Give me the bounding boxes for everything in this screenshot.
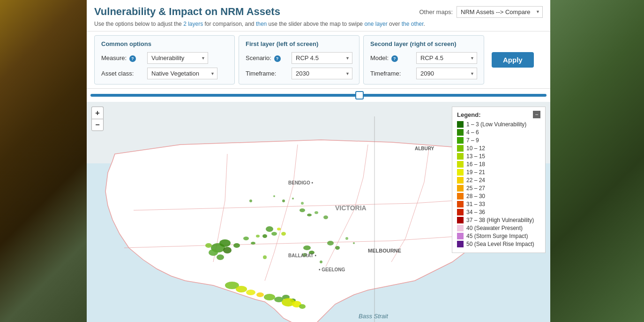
legend-color-swatch <box>457 209 464 215</box>
legend-item: 7 – 9 <box>457 137 540 144</box>
legend-item-label: 22 – 24 <box>466 177 485 184</box>
background-right <box>550 0 644 322</box>
slider-track[interactable] <box>90 94 547 97</box>
svg-point-13 <box>271 232 277 236</box>
svg-point-7 <box>223 247 232 253</box>
asset-class-select[interactable]: Native Vegetation Coastal Freshwater <box>147 68 217 79</box>
subtitle-highlight-one: one layer <box>364 21 387 27</box>
legend-item-label: 1 – 3 (Low Vulnerability) <box>466 121 526 128</box>
other-maps-select[interactable]: NRM Assets --> Compare <box>457 6 543 18</box>
subtitle-highlight-other: the other <box>402 21 424 27</box>
legend-item: 31 – 33 <box>457 201 540 207</box>
measure-label: Measure: ? <box>101 54 143 62</box>
svg-point-16 <box>281 232 286 236</box>
common-options-title: Common options <box>101 40 228 47</box>
first-timeframe-select-wrapper: 2030 2050 2070 2090 <box>292 68 352 79</box>
svg-point-4 <box>209 249 218 256</box>
measure-info-icon[interactable]: ? <box>129 55 136 62</box>
background-left <box>0 0 87 322</box>
measure-select[interactable]: Vulnerability Impact <box>147 52 208 64</box>
scenario-row: Scenario: ? RCP 4.5 RCP 8.5 <box>246 52 352 64</box>
legend-item: 25 – 27 <box>457 185 540 192</box>
legend-color-swatch <box>457 233 464 239</box>
main-panel: Vulnerability & Impact on NRM Assets Oth… <box>87 0 550 322</box>
svg-point-41 <box>301 202 304 205</box>
legend-item-label: 13 – 15 <box>466 153 485 160</box>
first-timeframe-row: Timeframe: 2030 2050 2070 2090 <box>246 68 352 79</box>
legend-item-label: 50 (Sea Level Rise Impact) <box>466 241 534 247</box>
zoom-in-button[interactable]: + <box>91 107 104 119</box>
other-maps-section: Other maps: NRM Assets --> Compare <box>419 6 543 18</box>
legend-item-label: 45 (Storm Surge Impact) <box>466 233 528 239</box>
second-timeframe-select-wrapper: 2030 2050 2070 2090 <box>416 68 477 79</box>
legend-color-swatch <box>457 217 464 223</box>
legend-item-label: 28 – 30 <box>466 193 485 199</box>
legend-color-swatch <box>457 137 464 144</box>
legend-color-swatch <box>457 185 464 192</box>
legend-item: 16 – 18 <box>457 161 540 168</box>
svg-point-15 <box>277 228 281 230</box>
legend-color-swatch <box>457 193 464 199</box>
legend-collapse-button[interactable]: − <box>533 111 540 118</box>
page-title: Vulnerability & Impact on NRM Assets <box>94 6 280 18</box>
legend-color-swatch <box>457 169 464 176</box>
legend-color-swatch <box>457 177 464 184</box>
apply-button[interactable]: Apply <box>492 52 534 68</box>
svg-point-32 <box>303 245 311 250</box>
other-maps-label: Other maps: <box>419 8 453 15</box>
svg-text:BENDIGO •: BENDIGO • <box>288 180 313 185</box>
legend-color-swatch <box>457 129 464 136</box>
svg-point-40 <box>292 198 294 199</box>
measure-select-wrapper: Vulnerability Impact <box>147 52 208 64</box>
svg-point-9 <box>251 242 255 245</box>
first-timeframe-select[interactable]: 2030 2050 2070 2090 <box>292 68 352 79</box>
legend-item: 34 – 36 <box>457 209 540 215</box>
legend-color-swatch <box>457 121 464 128</box>
legend-item: 10 – 12 <box>457 145 540 152</box>
subtitle: Use the options below to adjust the 2 la… <box>94 21 543 27</box>
legend-items: 1 – 3 (Low Vulnerability)4 – 67 – 910 – … <box>457 121 540 247</box>
other-maps-select-wrapper: NRM Assets --> Compare <box>457 6 543 18</box>
svg-point-5 <box>217 254 224 260</box>
legend-item: 22 – 24 <box>457 177 540 184</box>
map-zoom-controls: + − <box>91 107 104 131</box>
svg-text:MELBOURNE: MELBOURNE <box>368 248 401 253</box>
legend-item: 28 – 30 <box>457 193 540 199</box>
second-timeframe-label: Timeframe: <box>370 70 412 77</box>
scenario-label: Scenario: ? <box>246 54 288 62</box>
legend-item: 45 (Storm Surge Impact) <box>457 233 540 239</box>
scenario-select[interactable]: RCP 4.5 RCP 8.5 <box>292 52 352 64</box>
svg-point-11 <box>256 235 260 238</box>
legend-title: Legend: <box>457 111 481 118</box>
svg-point-38 <box>273 195 275 197</box>
svg-point-36 <box>335 246 340 250</box>
svg-point-12 <box>266 226 273 232</box>
model-select-wrapper: RCP 4.5 RCP 8.5 <box>416 52 477 64</box>
legend-item: 37 – 38 (High Vulnerability) <box>457 217 540 223</box>
scenario-info-icon[interactable]: ? <box>274 55 281 62</box>
model-select[interactable]: RCP 4.5 RCP 8.5 <box>416 52 477 64</box>
svg-point-39 <box>282 199 285 202</box>
model-label: Model: ? <box>370 54 412 62</box>
legend-item-label: 19 – 21 <box>466 169 485 176</box>
slider-thumb[interactable] <box>355 91 364 100</box>
zoom-out-button[interactable]: − <box>91 119 104 131</box>
slider-area[interactable] <box>87 89 550 102</box>
map-area: Bass Strait ALBURY BENDIGO • VICTORIA BA… <box>87 102 550 322</box>
svg-point-28 <box>300 208 305 212</box>
legend-color-swatch <box>457 153 464 160</box>
legend-item-label: 7 – 9 <box>466 137 479 144</box>
model-row: Model: ? RCP 4.5 RCP 8.5 <box>370 52 477 64</box>
svg-point-43 <box>320 261 322 263</box>
legend-item-label: 31 – 33 <box>466 201 485 207</box>
second-timeframe-select[interactable]: 2030 2050 2070 2090 <box>416 68 477 79</box>
legend-color-swatch <box>457 201 464 207</box>
legend-item: 13 – 15 <box>457 153 540 160</box>
legend-item-label: 34 – 36 <box>466 209 485 215</box>
second-layer-title: Second layer (right of screen) <box>370 40 477 47</box>
svg-point-18 <box>236 286 247 292</box>
svg-point-35 <box>327 241 334 245</box>
svg-point-6 <box>205 243 212 248</box>
first-timeframe-label: Timeframe: <box>246 70 288 77</box>
model-info-icon[interactable]: ? <box>391 55 398 62</box>
